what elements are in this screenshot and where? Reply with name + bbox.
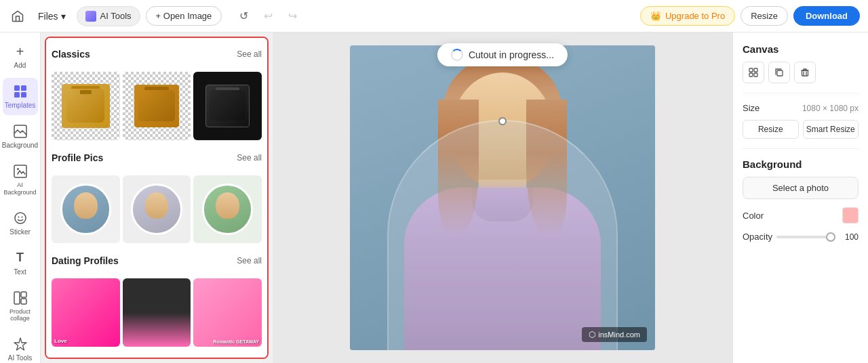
background-label: Background	[743, 158, 859, 170]
classics-header: Classics See all	[52, 49, 262, 60]
refresh-icon[interactable]: ↺	[233, 5, 254, 27]
toolbar-actions: ↺ ↩ ↪	[233, 5, 303, 27]
sidebar-item-add[interactable]: + Add	[3, 38, 38, 75]
progress-spinner	[451, 49, 463, 61]
crown-icon: 👑	[650, 11, 661, 21]
photo-background: ⬡ insMind.com	[350, 45, 655, 350]
toolbar: Files ▾ AI Tools + Open Image ↺ ↩ ↪ 👑 Up…	[0, 0, 868, 33]
files-chevron-icon: ▾	[61, 11, 66, 22]
dating-thumb-1[interactable]: Love	[52, 278, 120, 347]
right-panel: Canvas	[732, 33, 868, 363]
files-label: Files	[38, 11, 58, 22]
svg-rect-13	[749, 68, 753, 72]
resize-action-smart-resize[interactable]: Smart Resize	[803, 120, 859, 139]
sidebar-item-background[interactable]: Background	[3, 118, 38, 155]
resize-action-resize[interactable]: Resize	[743, 120, 799, 139]
files-button[interactable]: Files ▾	[33, 8, 71, 24]
profile-thumb-3[interactable]	[193, 175, 262, 244]
dating-profiles-header: Dating Profiles See all	[52, 255, 262, 266]
profile-pics-see-all[interactable]: See all	[237, 153, 262, 163]
canvas-section: Canvas	[743, 43, 859, 83]
sidebar-item-text[interactable]: T Text	[3, 244, 38, 282]
svg-rect-0	[14, 85, 20, 91]
toolbar-left: Files ▾ AI Tools + Open Image ↺ ↩ ↪	[8, 5, 635, 27]
classics-thumb-1[interactable]	[52, 72, 120, 140]
canvas-action-frames[interactable]	[743, 62, 764, 83]
dating-profiles-see-all[interactable]: See all	[237, 256, 262, 265]
svg-rect-11	[21, 292, 26, 297]
select-photo-button[interactable]: Select a photo	[743, 177, 859, 199]
left-sidebar: + Add Templates Background	[0, 33, 41, 363]
open-image-button[interactable]: + Open Image	[146, 6, 222, 26]
upgrade-button[interactable]: 👑 Upgrade to Pro	[640, 6, 735, 26]
main-content: + Add Templates Background	[0, 33, 868, 363]
sidebar-item-templates[interactable]: Templates	[3, 78, 38, 115]
sidebar-item-ai-background-label: AI Background	[3, 182, 36, 196]
download-button[interactable]: Download	[793, 6, 860, 26]
classics-thumb-2[interactable]	[123, 72, 191, 140]
upgrade-label: Upgrade to Pro	[665, 11, 725, 21]
watermark-text: insMind.com	[598, 330, 640, 339]
size-value: 1080 × 1080 px	[802, 104, 859, 113]
sidebar-item-sticker[interactable]: Sticker	[3, 205, 38, 242]
divider-1	[743, 93, 859, 93]
profile-pics-section: Profile Pics See all	[52, 148, 262, 252]
circle-cutout	[387, 120, 618, 350]
sidebar-item-product-collage-label: Product collage	[5, 308, 35, 323]
canvas-image[interactable]: ⬡ insMind.com	[350, 45, 655, 350]
canvas-actions	[743, 62, 859, 83]
svg-rect-1	[21, 85, 26, 91]
profile-thumb-2[interactable]	[123, 175, 191, 244]
profile-thumb-1[interactable]	[52, 175, 120, 244]
redo-icon[interactable]: ↪	[281, 5, 303, 27]
canvas-action-delete[interactable]	[794, 62, 816, 83]
sidebar-item-ai-tools[interactable]: AI Tools	[3, 330, 38, 363]
cutout-handle[interactable]	[498, 117, 507, 125]
undo-icon[interactable]: ↩	[257, 5, 279, 27]
classics-thumb-3[interactable]	[193, 72, 262, 140]
cutout-progress-label: Cutout in progress...	[469, 49, 554, 60]
templates-panel: Classics See all	[45, 37, 269, 359]
classics-title: Classics	[52, 49, 90, 60]
ai-tools-button[interactable]: AI Tools	[77, 6, 140, 26]
background-icon	[12, 123, 28, 140]
svg-rect-16	[754, 73, 757, 77]
dating-profiles-grid: Love Romantic GETAWAY	[52, 278, 262, 347]
color-swatch[interactable]	[842, 207, 859, 223]
svg-rect-2	[14, 92, 20, 98]
sidebar-item-ai-background[interactable]: AI Background	[3, 158, 38, 202]
valentines-day-section: Valentine's Day See all Happy Valentine …	[52, 355, 262, 359]
profile-pics-grid	[52, 175, 262, 244]
opacity-value: 100	[840, 232, 859, 242]
svg-point-9	[21, 216, 22, 217]
dating-thumb-3[interactable]: Romantic GETAWAY	[193, 278, 262, 347]
classics-see-all[interactable]: See all	[237, 49, 262, 59]
ai-background-icon	[12, 163, 28, 179]
opacity-row: Opacity 100	[743, 232, 859, 242]
opacity-handle[interactable]	[826, 232, 835, 242]
canvas-action-copy[interactable]	[768, 62, 790, 83]
background-section: Background Select a photo	[743, 158, 859, 199]
dating-thumb-2[interactable]	[123, 278, 191, 347]
ai-tools-label: AI Tools	[100, 11, 132, 21]
sidebar-item-text-label: Text	[14, 268, 26, 276]
svg-rect-14	[754, 68, 757, 72]
ai-tools-icon	[85, 11, 96, 22]
resize-button[interactable]: Resize	[741, 6, 788, 26]
resize-actions: Resize Smart Resize	[743, 120, 859, 139]
size-row: Size 1080 × 1080 px	[743, 103, 859, 113]
classics-grid	[52, 72, 262, 140]
product-collage-icon	[12, 290, 28, 306]
home-icon[interactable]	[8, 7, 27, 26]
dating-profiles-title: Dating Profiles	[52, 255, 119, 266]
divider-2	[743, 148, 859, 149]
svg-point-8	[18, 216, 19, 217]
open-image-label: + Open Image	[156, 11, 212, 21]
size-section: Size 1080 × 1080 px Resize Smart Resize	[743, 103, 859, 139]
sidebar-item-product-collage[interactable]: Product collage	[3, 284, 38, 328]
cutout-progress-pill: Cutout in progress...	[437, 43, 568, 66]
svg-rect-10	[14, 292, 20, 304]
toolbar-right: 👑 Upgrade to Pro Resize Download	[640, 6, 860, 26]
dating-profiles-section: Dating Profiles See all Love Romantic GE…	[52, 251, 262, 355]
opacity-slider[interactable]	[776, 236, 835, 238]
